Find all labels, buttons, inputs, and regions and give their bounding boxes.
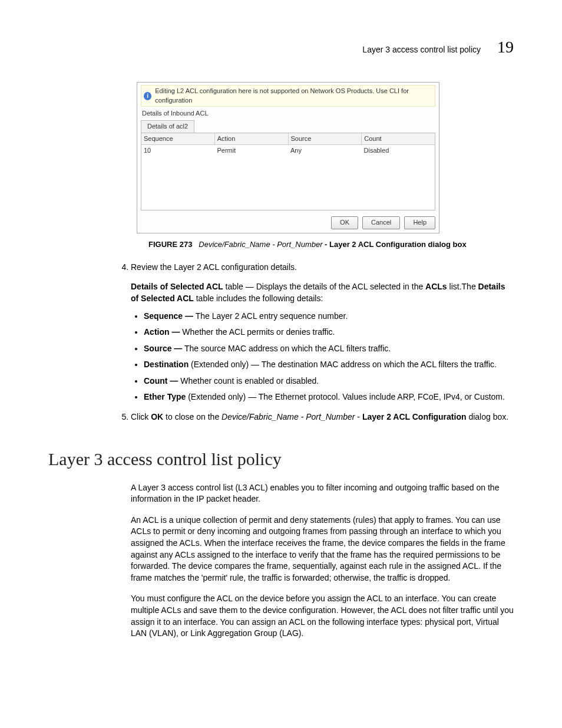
cancel-button[interactable]: Cancel	[362, 216, 400, 229]
s5g: dialog box.	[467, 412, 509, 421]
t0: The Layer 2 ACL entry sequence number.	[193, 311, 348, 321]
step4-t1: table — Displays the details of the ACL …	[223, 282, 425, 291]
acl-config-dialog: i Editing L2 ACL configuration here is n…	[137, 82, 439, 233]
dialog-buttons: OK Cancel Help	[141, 216, 435, 229]
s5d: Device/Fabric_Name - Port_Number	[222, 412, 355, 421]
b0: Sequence —	[144, 311, 193, 321]
s5a: Click	[131, 412, 151, 421]
figure-label: FIGURE 273	[148, 240, 192, 249]
bullet-action: Action — Whether the ACL permits or deni…	[144, 327, 514, 338]
t3: (Extended only) — The destination MAC ad…	[189, 360, 497, 369]
details-label: Details of Inbound ACL	[142, 109, 435, 118]
info-icon: i	[144, 92, 151, 100]
bullet-destination: Destination (Extended only) — The destin…	[144, 359, 514, 371]
section-body: A Layer 3 access control list (L3 ACL) e…	[131, 482, 514, 640]
t5: (Extended only) — The Ethernet protocol.…	[186, 392, 505, 401]
runhead-title: Layer 3 access control list policy	[362, 44, 481, 56]
running-header: Layer 3 access control list policy 19	[48, 35, 514, 58]
b1: Action —	[144, 327, 180, 337]
figure-tail: - Layer 2 ACL Configuration dialog box	[323, 240, 467, 249]
section-heading: Layer 3 access control list policy	[48, 447, 514, 472]
table-body: 10 Permit Any Disabled	[141, 145, 435, 210]
para-2: An ACL is a unique collection of permit …	[131, 515, 514, 584]
t2: The source MAC address on which the ACL …	[182, 344, 391, 353]
chapter-number: 19	[497, 35, 514, 58]
cell-source: Any	[288, 145, 362, 156]
figure-italic: Device/Fabric_Name - Port_Number	[199, 240, 322, 249]
t1: Whether the ACL permits or denies traffi…	[180, 327, 335, 337]
figure-caption: FIGURE 273 Device/Fabric_Name - Port_Num…	[148, 239, 514, 250]
step4-t3: table includes the following details:	[194, 294, 323, 303]
info-bar: i Editing L2 ACL configuration here is n…	[141, 85, 435, 107]
cell-count: Disabled	[362, 145, 435, 156]
b5: Ether Type	[144, 392, 186, 401]
s5f: Layer 2 ACL Configuration	[362, 412, 467, 421]
field-bullets: Sequence — The Layer 2 ACL entry sequenc…	[144, 311, 514, 404]
help-button[interactable]: Help	[404, 216, 435, 229]
t4: Whether count is enabled or disabled.	[178, 376, 319, 386]
col-sequence: Sequence	[141, 133, 215, 144]
col-action: Action	[215, 133, 289, 144]
cell-sequence: 10	[141, 145, 215, 156]
step-5: Click OK to close on the Device/Fabric_N…	[131, 411, 514, 423]
b3: Destination	[144, 360, 189, 369]
s5b: OK	[151, 412, 163, 421]
step4-b2: ACLs	[425, 282, 447, 291]
col-count: Count	[362, 133, 435, 144]
body-text: Review the Layer 2 ACL configuration det…	[131, 262, 514, 423]
details-tab[interactable]: Details of acl2	[141, 120, 194, 132]
bullet-count: Count — Whether count is enabled or disa…	[144, 375, 514, 387]
cell-action: Permit	[215, 145, 289, 156]
s5c: to close on the	[163, 412, 222, 421]
s5e: -	[355, 412, 362, 421]
bullet-source: Source — The source MAC address on which…	[144, 343, 514, 355]
table-header: Sequence Action Source Count	[141, 133, 435, 145]
para-3: You must configure the ACL on the device…	[131, 593, 514, 639]
ok-button[interactable]: OK	[331, 216, 358, 229]
bullet-sequence: Sequence — The Layer 2 ACL entry sequenc…	[144, 311, 514, 322]
bullet-ethertype: Ether Type (Extended only) — The Etherne…	[144, 391, 514, 403]
step-4: Review the Layer 2 ACL configuration det…	[131, 262, 514, 403]
page: Layer 3 access control list policy 19 i …	[0, 0, 562, 728]
col-source: Source	[289, 133, 362, 144]
table-row[interactable]: 10 Permit Any Disabled	[141, 145, 435, 156]
steps-list: Review the Layer 2 ACL configuration det…	[120, 262, 514, 423]
step4-desc: Details of Selected ACL table — Displays…	[131, 281, 514, 304]
info-text: Editing L2 ACL configuration here is not…	[155, 87, 432, 105]
step4-t2: list.The	[447, 282, 478, 291]
acl-details-table: Sequence Action Source Count 10 Permit A…	[141, 133, 435, 210]
para-1: A Layer 3 access control list (L3 ACL) e…	[131, 482, 514, 505]
b2: Source —	[144, 344, 182, 353]
b4: Count —	[144, 376, 178, 386]
step4-b1: Details of Selected ACL	[131, 282, 223, 291]
step4-lead: Review the Layer 2 ACL configuration det…	[131, 262, 297, 272]
